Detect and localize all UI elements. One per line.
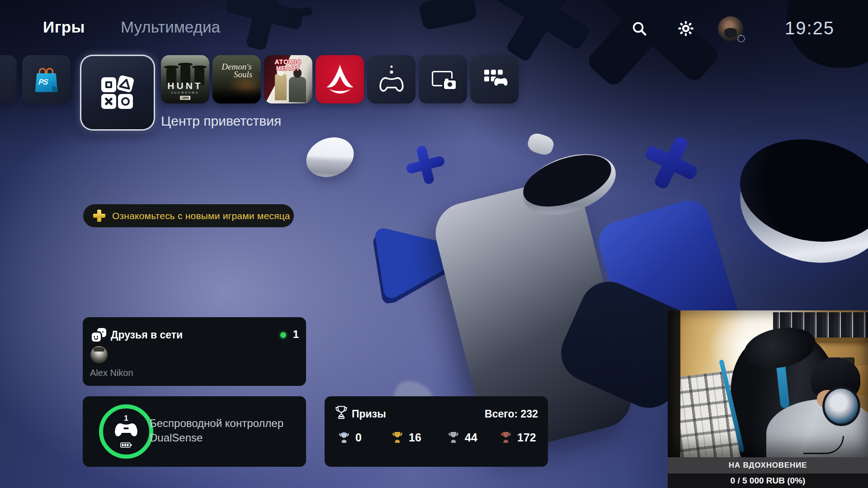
- tile-demons-souls[interactable]: Demon'sSouls: [212, 55, 261, 103]
- trophy-counts-row: 0 16 44 172: [325, 431, 548, 453]
- tile-welcome-hub[interactable]: [80, 55, 155, 131]
- silver-trophy-icon: [448, 431, 459, 444]
- friends-online-card[interactable]: Друзья в сети 1 Alex Nikon: [83, 317, 306, 386]
- trophies-title: Призы: [352, 408, 386, 420]
- bg-puck-shape: [730, 132, 868, 275]
- tile-atomic-heart[interactable]: ATOMICHEART: [264, 55, 312, 103]
- assassins-creed-logo-icon: [316, 55, 364, 103]
- tile-assassins-creed-shadows[interactable]: [316, 55, 364, 103]
- tile-game-library[interactable]: [470, 55, 519, 103]
- demons-souls-cover-art: Demon'sSouls: [212, 55, 261, 103]
- webcam-video: [668, 310, 868, 457]
- welcome-hub-icon: [101, 76, 134, 109]
- ps-plus-icon: [93, 210, 105, 222]
- controller-status-card[interactable]: 1 Беспроводной контроллер DualSense: [83, 396, 306, 467]
- ps-plus-banner[interactable]: Ознакомьтесь с новыми играми месяца: [83, 204, 294, 227]
- battery-icon: [120, 442, 132, 450]
- bronze-trophy-item: 172: [500, 431, 536, 444]
- bg-coin-shape: [514, 143, 623, 225]
- hunt-cover-art: HUNT SHOWDOWN 1896: [161, 55, 209, 103]
- online-status-dot: [280, 332, 286, 338]
- donation-goal-title: НА ВДОХНОВЕНИЕ: [668, 457, 868, 474]
- webcam-overlay: НА ВДОХНОВЕНИЕ 0 / 5 000 RUB (0%): [668, 310, 868, 488]
- trophies-card[interactable]: Призы Всего: 232 0 16 44 172: [325, 396, 548, 467]
- silver-trophy-item: 44: [448, 431, 477, 444]
- trophy-icon: [335, 405, 348, 422]
- tile-ps-plus-partial[interactable]: [0, 55, 17, 103]
- home-tile-row: PS HUNT SHOWDOWN 1896 Demon'sSouls ATOM: [0, 0, 868, 149]
- ps-plus-banner-text: Ознакомьтесь с новыми играми месяца: [112, 211, 290, 221]
- platinum-trophy-item: 0: [338, 431, 362, 444]
- tile-media-gallery[interactable]: [419, 55, 467, 103]
- friends-card-title: Друзья в сети: [111, 329, 183, 341]
- tile-hunt-showdown[interactable]: HUNT SHOWDOWN 1896: [161, 55, 209, 103]
- online-count: 1: [293, 328, 299, 341]
- ps-store-icon: PS: [34, 68, 59, 93]
- platinum-trophy-icon: [338, 431, 350, 444]
- gold-trophy-icon: [392, 431, 403, 444]
- tile-remote-play[interactable]: [367, 55, 415, 103]
- friend-name: Alex Nikon: [90, 368, 133, 378]
- friend-avatar[interactable]: [90, 346, 108, 363]
- bronze-trophy-icon: [500, 431, 512, 444]
- bg-triangle-shape: [369, 215, 474, 305]
- controller-battery-ring: 1: [99, 404, 153, 459]
- media-gallery-icon: [432, 70, 453, 86]
- atomic-heart-cover-art: ATOMICHEART: [264, 55, 312, 103]
- tile-playstation-store[interactable]: PS: [22, 55, 71, 103]
- game-library-icon: [484, 70, 505, 89]
- controller-icon: [113, 422, 139, 440]
- controller-name: Беспроводной контроллер DualSense: [150, 416, 283, 445]
- remote-play-icon: [378, 66, 405, 94]
- selected-tile-label: Центр приветствия: [161, 113, 281, 129]
- friends-icon: [92, 328, 106, 342]
- gold-trophy-item: 16: [392, 431, 421, 444]
- trophies-total: Всего: 232: [485, 408, 538, 420]
- donation-goal-progress: 0 / 5 000 RUB (0%): [668, 474, 868, 488]
